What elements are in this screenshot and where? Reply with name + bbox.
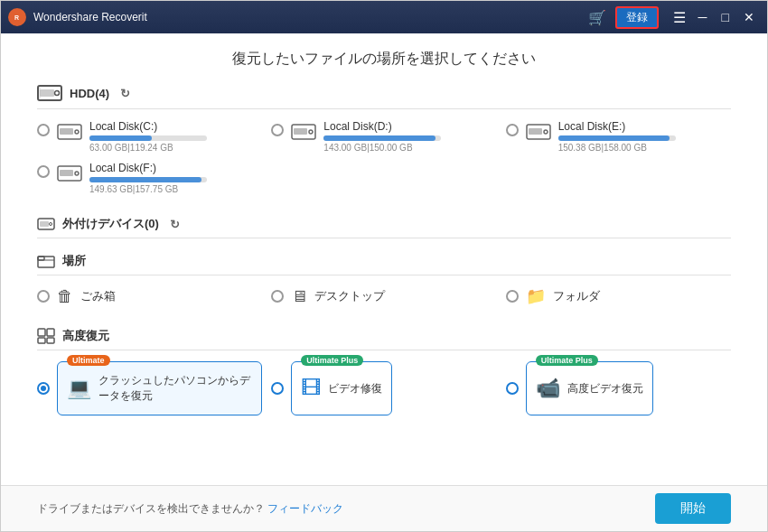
- disk-size-c: 63.00 GB|119.24 GB: [89, 143, 262, 153]
- advanced-grid: Ultimate 💻 クラッシュしたパソコンからデータを復元 Ultimate …: [37, 358, 731, 423]
- svg-point-17: [75, 172, 79, 175]
- page-title: 復元したいファイルの場所を選択してください: [1, 33, 767, 78]
- app-title: Wondershare Recoverit: [33, 11, 588, 23]
- loc-radio-folder[interactable]: [506, 290, 519, 303]
- location-icon: [37, 253, 55, 269]
- disk-item-c[interactable]: Local Disk(C:) 63.00 GB|119.24 GB: [37, 120, 262, 153]
- close-button[interactable]: ✕: [738, 8, 760, 26]
- advanced-icon: [37, 328, 55, 344]
- disk-name-d: Local Disk(D:): [323, 120, 496, 133]
- svg-point-20: [50, 223, 52, 226]
- advanced-section-header: 高度復元: [37, 322, 731, 350]
- adv-item-crash[interactable]: Ultimate 💻 クラッシュしたパソコンからデータを復元: [37, 361, 262, 415]
- disk-size-d: 143.00 GB|150.00 GB: [323, 143, 496, 153]
- trash-icon: 🗑: [57, 287, 73, 306]
- svg-rect-24: [47, 329, 54, 336]
- adv-item-adv-video[interactable]: Ultimate Plus 📹 高度ビデオ復元: [506, 361, 731, 415]
- adv-inner-adv-video: 📹 高度ビデオ復元: [536, 377, 643, 400]
- location-grid: 🗑 ごみ箱 🖥 デスクトップ 📁 フォルダ: [37, 283, 731, 313]
- loc-radio-desktop[interactable]: [271, 290, 284, 303]
- svg-point-8: [75, 130, 79, 134]
- start-button[interactable]: 開始: [655, 493, 731, 524]
- adv-label-crash: クラッシュしたパソコンからデータを復元: [98, 373, 252, 404]
- svg-rect-7: [60, 128, 73, 135]
- disk-bar-fill-d: [323, 135, 436, 141]
- video-icon: 🎞: [301, 377, 321, 400]
- hdd-section-label: HDD(4): [70, 87, 109, 100]
- loc-radio-trash[interactable]: [37, 290, 50, 303]
- disk-name-e: Local Disk(E:): [558, 120, 731, 133]
- adv-inner-video: 🎞 ビデオ修復: [301, 377, 382, 400]
- disk-info-e: Local Disk(E:) 150.38 GB|158.00 GB: [558, 120, 731, 153]
- disk-name-c: Local Disk(C:): [89, 120, 262, 133]
- disk-bar-bg-f: [89, 177, 207, 182]
- adv-radio-crash[interactable]: [37, 382, 50, 395]
- location-item-folder[interactable]: 📁 フォルダ: [506, 286, 731, 306]
- disk-icon-e: [526, 122, 551, 145]
- adv-label-video: ビデオ修復: [328, 381, 382, 397]
- adv-card-crash[interactable]: Ultimate 💻 クラッシュしたパソコンからデータを復元: [57, 361, 262, 415]
- disk-bar-bg-d: [323, 135, 441, 141]
- external-section-header: 外付けデバイス(0) ↻: [37, 210, 731, 238]
- disk-grid: Local Disk(C:) 63.00 GB|119.24 GB: [37, 117, 731, 201]
- location-section: 場所 🗑 ごみ箱 🖥 デスクトップ: [37, 247, 731, 313]
- menu-icon[interactable]: ☰: [670, 9, 689, 26]
- refresh-icon[interactable]: ↻: [120, 87, 130, 100]
- loc-name-desktop: デスクトップ: [314, 288, 385, 304]
- disk-info-f: Local Disk(F:) 149.63 GB|157.75 GB: [89, 162, 262, 194]
- adv-card-adv-video[interactable]: Ultimate Plus 📹 高度ビデオ復元: [526, 361, 653, 415]
- disk-item-d[interactable]: Local Disk(D:) 143.00 GB|150.00 GB: [271, 120, 496, 153]
- titlebar-controls: 🛒 登録 ☰ ─ □ ✕: [588, 6, 760, 29]
- external-refresh-icon[interactable]: ↻: [170, 218, 180, 231]
- svg-rect-26: [47, 338, 54, 343]
- maximize-button[interactable]: □: [716, 8, 735, 26]
- footer-notice-text: ドライブまたはデバイスを検出できませんか？: [37, 502, 265, 515]
- location-item-desktop[interactable]: 🖥 デスクトップ: [271, 286, 496, 306]
- disk-name-f: Local Disk(F:): [89, 162, 262, 174]
- main-content: 復元したいファイルの場所を選択してください HDD(4) ↻: [1, 33, 767, 531]
- disk-radio-f[interactable]: [37, 165, 50, 178]
- disk-size-e: 150.38 GB|158.00 GB: [558, 143, 731, 153]
- disk-icon-c: [57, 122, 82, 145]
- disk-radio-c[interactable]: [37, 124, 50, 136]
- svg-rect-19: [40, 221, 49, 227]
- svg-rect-3: [40, 89, 54, 97]
- register-button[interactable]: 登録: [615, 6, 659, 29]
- location-section-label: 場所: [62, 253, 86, 269]
- adv-item-video[interactable]: Ultimate Plus 🎞 ビデオ修復: [271, 361, 496, 415]
- loc-name-trash: ごみ箱: [80, 288, 116, 304]
- adv-radio-video[interactable]: [271, 382, 284, 395]
- adv-radio-adv-video[interactable]: [506, 382, 519, 395]
- svg-point-14: [544, 130, 548, 134]
- svg-rect-22: [38, 257, 44, 260]
- disk-icon-d: [291, 122, 316, 145]
- desktop-icon: 🖥: [291, 287, 307, 306]
- external-section: 外付けデバイス(0) ↻: [37, 210, 731, 238]
- disk-info-c: Local Disk(C:) 63.00 GB|119.24 GB: [89, 120, 262, 153]
- footer: ドライブまたはデバイスを検出できませんか？ フィードバック 開始: [1, 485, 767, 531]
- disk-radio-e[interactable]: [506, 124, 519, 136]
- cart-icon[interactable]: 🛒: [588, 9, 606, 26]
- svg-rect-21: [38, 257, 54, 267]
- disk-bar-bg-e: [558, 135, 676, 141]
- advanced-section: 高度復元 Ultimate 💻 クラッシュしたパソコンからデータを復元: [37, 322, 731, 423]
- adv-badge-video: Ultimate Plus: [301, 355, 363, 366]
- disk-bar-fill-c: [89, 135, 152, 141]
- adv-badge-crash: Ultimate: [67, 355, 110, 366]
- footer-feedback-link[interactable]: フィードバック: [267, 502, 343, 515]
- app-window: R Wondershare Recoverit 🛒 登録 ☰ ─ □ ✕ 復元し…: [0, 0, 768, 532]
- location-section-header: 場所: [37, 247, 731, 275]
- disk-item-e[interactable]: Local Disk(E:) 150.38 GB|158.00 GB: [506, 120, 731, 153]
- svg-rect-25: [38, 338, 45, 343]
- svg-point-4: [55, 91, 60, 96]
- location-item-trash[interactable]: 🗑 ごみ箱: [37, 286, 262, 306]
- disk-item-f[interactable]: Local Disk(F:) 149.63 GB|157.75 GB: [37, 162, 262, 194]
- disk-radio-d[interactable]: [271, 124, 284, 136]
- folder-icon: 📁: [526, 286, 546, 306]
- adv-card-video[interactable]: Ultimate Plus 🎞 ビデオ修復: [291, 361, 392, 415]
- loc-name-folder: フォルダ: [553, 288, 600, 304]
- svg-rect-23: [38, 329, 45, 336]
- disk-bar-bg-c: [89, 135, 207, 141]
- minimize-button[interactable]: ─: [693, 8, 713, 26]
- external-icon: [37, 216, 55, 232]
